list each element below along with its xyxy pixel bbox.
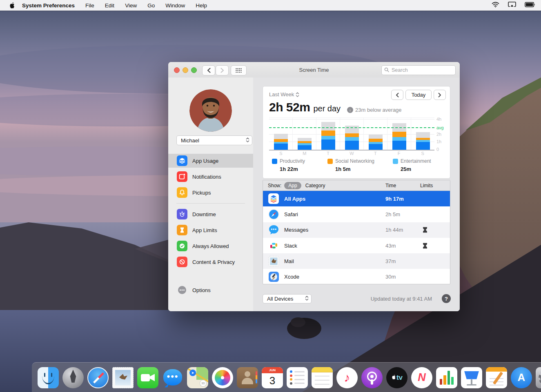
next-period-button[interactable] [434, 90, 446, 100]
search-field[interactable] [381, 65, 456, 75]
contacts-dock-icon[interactable] [237, 367, 258, 388]
segment-app[interactable]: App [284, 182, 301, 189]
legend-value: 1h 5m [335, 166, 374, 172]
options-ellipsis-icon [177, 285, 187, 295]
search-input[interactable] [391, 67, 441, 73]
sidebar-item-app-limits[interactable]: App Limits [168, 223, 253, 237]
music-dock-icon[interactable]: ♪ [336, 367, 358, 388]
table-row-messages[interactable]: Messages 1h 44m [263, 222, 450, 238]
sidebar-options-button[interactable]: Options [177, 285, 211, 295]
window-title: Screen Time [250, 62, 378, 78]
sidebar-item-label: Pickups [192, 190, 211, 196]
pickups-bell-icon [177, 187, 187, 198]
wifi-icon[interactable] [492, 2, 499, 9]
apple-menu-icon[interactable] [9, 2, 15, 9]
facetime-dock-icon[interactable] [137, 367, 158, 388]
title-bar[interactable]: Screen Time [168, 62, 460, 78]
app-limits-hourglass-icon [177, 225, 187, 235]
usage-summary-card: Last Week Today 2h 52m per day ↓ 23m bel… [263, 86, 450, 179]
safari-dock-icon[interactable] [87, 367, 109, 388]
table-row-slack[interactable]: Slack 43m [263, 238, 450, 253]
below-average-text: 23m below average [355, 107, 401, 113]
user-selector[interactable]: Michael [176, 135, 252, 145]
system-preferences-dock-icon[interactable] [536, 367, 541, 388]
devices-selector[interactable]: All Devices [263, 294, 312, 303]
sidebar-item-notifications[interactable]: Notifications [168, 170, 253, 184]
previous-period-button[interactable] [391, 90, 403, 100]
period-label: Last Week [269, 91, 294, 97]
menu-help[interactable]: Help [196, 2, 207, 9]
period-selector[interactable]: Last Week [269, 91, 299, 97]
today-button[interactable]: Today [405, 90, 432, 100]
podcasts-dock-icon[interactable] [361, 367, 383, 388]
column-header-limits[interactable]: Limits [420, 183, 433, 188]
slack-icon [268, 240, 279, 251]
limit-hourglass-icon [421, 243, 429, 249]
mail-icon [268, 255, 279, 267]
sidebar-item-always-allowed[interactable]: Always Allowed [168, 239, 253, 253]
all-apps-icon [268, 193, 279, 204]
numbers-dock-icon[interactable] [436, 367, 457, 388]
content-privacy-icon [177, 257, 187, 267]
table-row-xcode[interactable]: Xcode 30m [263, 269, 450, 284]
help-button[interactable]: ? [442, 294, 451, 303]
legend-label: Entertainment [401, 158, 431, 164]
sidebar-item-label: Content & Privacy [192, 259, 235, 265]
menu-edit[interactable]: Edit [105, 2, 114, 9]
notes-dock-icon[interactable] [312, 367, 333, 388]
sidebar-item-app-usage[interactable]: App Usage [168, 154, 253, 168]
sidebar-item-label: Notifications [192, 174, 221, 180]
forward-button[interactable] [216, 65, 229, 75]
updated-timestamp: Updated today at 9:41 AM [371, 296, 432, 302]
reminders-dock-icon[interactable] [287, 367, 308, 388]
menu-app-name[interactable]: System Preferences [22, 2, 75, 9]
tv-dock-icon[interactable]: tv [386, 367, 407, 388]
daily-average-unit: per day [313, 104, 341, 113]
row-name: Messages [284, 227, 308, 233]
user-avatar[interactable] [189, 89, 232, 132]
show-all-grid-button[interactable] [231, 65, 247, 75]
app-store-dock-icon[interactable]: A [511, 367, 532, 388]
calendar-dock-icon[interactable]: JUN 3 [262, 367, 283, 388]
chevron-up-down-icon [246, 137, 249, 144]
news-dock-icon[interactable]: N [411, 367, 432, 388]
chevron-up-down-icon [296, 92, 299, 97]
menu-go[interactable]: Go [147, 2, 155, 9]
zoom-button[interactable] [191, 67, 197, 73]
battery-icon[interactable] [525, 2, 535, 9]
legend-value: 1h 22m [280, 166, 305, 172]
sidebar-item-downtime[interactable]: Downtime [168, 207, 253, 221]
segment-category[interactable]: Category [305, 183, 325, 188]
sidebar-item-pickups[interactable]: Pickups [168, 186, 253, 199]
menu-file[interactable]: File [85, 2, 94, 9]
minimize-button[interactable] [183, 67, 188, 73]
mail-dock-icon[interactable] [112, 367, 134, 388]
column-header-time[interactable]: Time [385, 183, 396, 188]
sidebar-item-label: App Limits [192, 227, 217, 233]
table-row-all-apps[interactable]: All Apps 9h 17m [263, 191, 450, 206]
screen-time-window: Screen Time [168, 62, 460, 311]
user-name: Michael [181, 137, 199, 144]
chart-legend: Productivity 1h 22m Social Networking 1h… [263, 158, 451, 177]
pages-dock-icon[interactable] [486, 367, 507, 388]
row-name: All Apps [284, 196, 305, 202]
sidebar-item-label: Always Allowed [192, 243, 229, 249]
finder-dock-icon[interactable] [38, 367, 59, 388]
app-usage-layers-icon [177, 155, 187, 166]
photos-dock-icon[interactable] [212, 367, 233, 388]
launchpad-dock-icon[interactable] [62, 367, 84, 388]
chart-y-axis: 4havg2h1h0 [436, 117, 450, 149]
maps-dock-icon[interactable]: ➤ 3D [187, 367, 208, 388]
sidebar-item-content-privacy[interactable]: Content & Privacy [168, 255, 253, 269]
menu-window[interactable]: Window [165, 2, 185, 9]
back-button[interactable] [202, 65, 215, 75]
keynote-dock-icon[interactable] [461, 367, 482, 388]
table-row-safari[interactable]: Safari 2h 5m [263, 206, 450, 222]
close-button[interactable] [174, 67, 180, 73]
table-header-bar: Show: App Category Time Limits [263, 180, 450, 191]
menu-view[interactable]: View [125, 2, 137, 9]
table-row-mail[interactable]: Mail 37m [263, 253, 450, 269]
messages-dock-icon[interactable]: ••• [162, 367, 183, 388]
airplay-display-icon[interactable] [508, 2, 516, 9]
row-name: Mail [284, 258, 294, 264]
